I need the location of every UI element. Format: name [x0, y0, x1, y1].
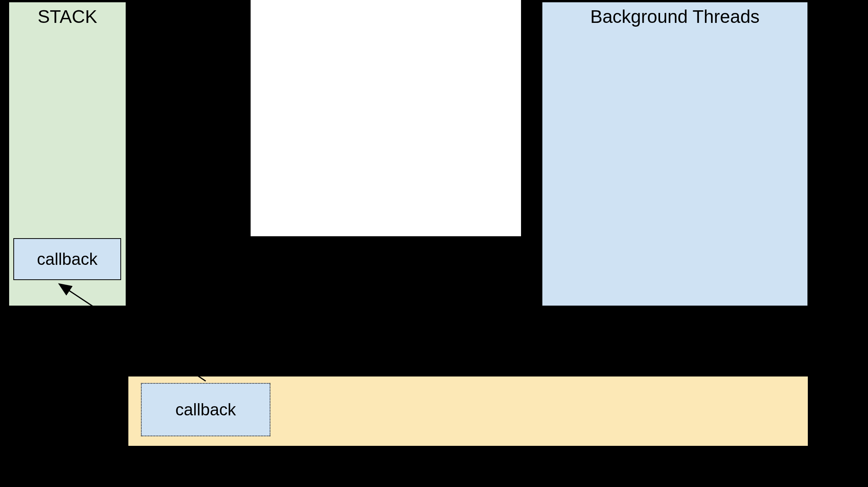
- svg-line-1: [59, 284, 206, 381]
- arrow-icon: [0, 0, 868, 487]
